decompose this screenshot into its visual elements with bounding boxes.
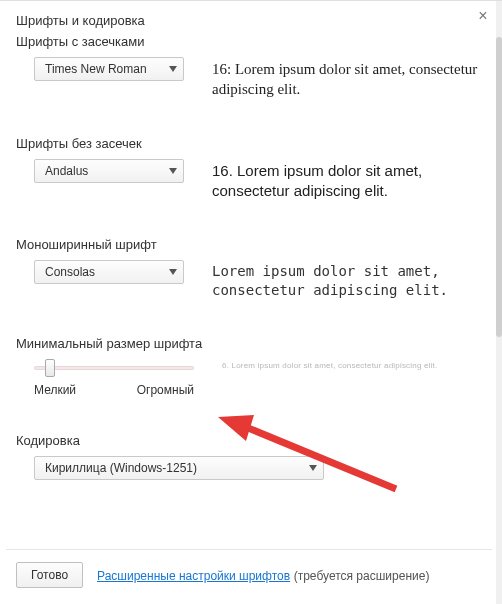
sans-label: Шрифты без засечек [6,136,492,159]
slider-track [34,366,194,370]
minsize-slider[interactable] [34,359,194,377]
mono-select-value: Consolas [45,265,95,279]
serif-label: Шрифты с засечками [6,34,492,57]
scrollbar-thumb[interactable] [496,37,502,337]
mono-label: Моноширинный шрифт [6,237,492,260]
encoding-label: Кодировка [6,433,492,456]
minsize-sample: 6. Lorem ipsum dolor sit amet, consectet… [222,361,482,372]
fonts-dialog: × Шрифты и кодировка Шрифты с засечками … [6,1,492,600]
chevron-down-icon [169,168,177,174]
encoding-select-value: Кириллица (Windows-1251) [45,461,197,475]
sans-group: Andalus 16. Lorem ipsum dolor sit amet, … [6,159,492,238]
chevron-down-icon [169,269,177,275]
encoding-group: Кириллица (Windows-1251) [6,456,492,498]
advanced-fonts-hint: (требуется расширение) [294,569,430,583]
serif-group: Times New Roman 16: Lorem ipsum dolor si… [6,57,492,136]
mono-select[interactable]: Consolas [34,260,184,284]
serif-select[interactable]: Times New Roman [34,57,184,81]
chevron-down-icon [169,66,177,72]
slider-min-label: Мелкий [34,383,76,397]
serif-sample: 16: Lorem ipsum dolor sit amet, consecte… [212,59,482,100]
scrollbar[interactable] [496,1,502,604]
dialog-title: Шрифты и кодировка [6,1,492,34]
sans-select-value: Andalus [45,164,88,178]
sans-select[interactable]: Andalus [34,159,184,183]
done-button[interactable]: Готово [16,562,83,588]
minsize-label: Минимальный размер шрифта [6,336,492,359]
encoding-select[interactable]: Кириллица (Windows-1251) [34,456,324,480]
minsize-group: Мелкий Огромный 6. Lorem ipsum dolor sit… [6,359,492,433]
chevron-down-icon [309,465,317,471]
sans-sample: 16. Lorem ipsum dolor sit amet, consecte… [212,161,482,202]
advanced-fonts-link[interactable]: Расширенные настройки шрифтов [97,569,290,583]
close-icon[interactable]: × [474,7,492,25]
mono-group: Consolas Lorem ipsum dolor sit amet, con… [6,260,492,336]
mono-sample: Lorem ipsum dolor sit amet, consectetur … [212,262,482,300]
serif-select-value: Times New Roman [45,62,147,76]
slider-max-label: Огромный [137,383,194,397]
dialog-footer: Готово Расширенные настройки шрифтов (тр… [6,549,492,600]
slider-thumb[interactable] [45,359,55,377]
